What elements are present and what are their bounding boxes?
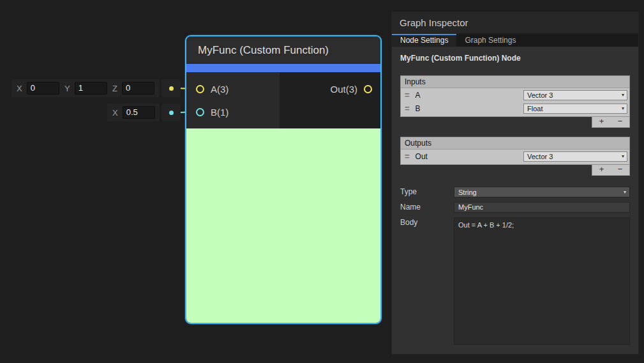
node-title: MyFunc (Custom Function) [186, 36, 380, 64]
float-value-widget[interactable]: X 0.5 [107, 104, 160, 121]
port-out-label: Out(3) [330, 84, 357, 95]
inspector-tabbar: Node Settings Graph Settings [392, 34, 638, 47]
x-axis-label: X [112, 108, 118, 118]
input-b-type-value: Float [527, 105, 543, 112]
port-b-connector-icon[interactable] [196, 108, 204, 116]
myfunc-node[interactable]: MyFunc (Custom Function) A(3) B(1) Out(3… [185, 35, 382, 324]
tab-node-settings[interactable]: Node Settings [392, 34, 456, 47]
port-a-label: A(3) [211, 84, 228, 95]
name-property-row: Name MyFunc [400, 202, 630, 213]
y-axis-label: Y [64, 84, 70, 93]
port-b-label: B(1) [211, 107, 228, 118]
drag-handle-icon[interactable]: = [405, 151, 410, 161]
input-b-type-dropdown[interactable]: Float ▾ [523, 104, 627, 114]
outputs-section: Outputs = Out Vector 3 ▾ [400, 137, 630, 165]
float-output-stub[interactable] [161, 104, 181, 121]
input-row-a[interactable]: = A Vector 3 ▾ [401, 88, 629, 102]
body-property-row: Body Out = A + B + 1/2; [400, 217, 630, 345]
name-label: Name [400, 202, 454, 213]
output-out-name: Out [416, 152, 523, 161]
x-axis-label: X [17, 84, 22, 93]
body-input[interactable]: Out = A + B + 1/2; [454, 217, 630, 345]
remove-input-button[interactable]: − [611, 117, 629, 127]
vector3-value-widget[interactable]: X 0 Y 1 Z 0 [11, 79, 160, 97]
type-label: Type [400, 187, 454, 197]
input-row-b[interactable]: = B Float ▾ [401, 102, 629, 115]
port-out-connector-icon[interactable] [364, 85, 372, 93]
drag-handle-icon[interactable]: = [405, 90, 410, 100]
graph-inspector-panel: Graph Inspector Node Settings Graph Sett… [391, 12, 639, 355]
node-preview [186, 128, 380, 323]
add-input-button[interactable]: + [592, 117, 611, 127]
tab-graph-settings[interactable]: Graph Settings [456, 34, 524, 47]
remove-output-button[interactable]: − [611, 165, 629, 175]
x-value-field[interactable]: 0 [27, 82, 59, 95]
name-input[interactable]: MyFunc [454, 202, 630, 213]
float-value-field[interactable]: 0.5 [123, 106, 155, 119]
add-output-button[interactable]: + [592, 165, 611, 175]
dropdown-arrow-icon: ▾ [619, 92, 627, 98]
input-b-name: B [416, 104, 523, 113]
dropdown-arrow-icon: ▾ [619, 153, 627, 159]
z-value-field[interactable]: 0 [122, 82, 154, 95]
inputs-footer-box: + − [592, 117, 630, 128]
drag-handle-icon[interactable]: = [405, 104, 410, 113]
port-row-a[interactable]: A(3) [186, 77, 280, 100]
z-axis-label: Z [112, 84, 117, 93]
output-out-type-dropdown[interactable]: Vector 3 ▾ [523, 151, 627, 162]
outputs-footer-box: + − [592, 165, 630, 176]
input-a-type-value: Vector 3 [527, 91, 553, 99]
input-a-name: A [416, 91, 523, 100]
input-a-type-dropdown[interactable]: Vector 3 ▾ [523, 90, 627, 100]
vector3-port-icon[interactable] [169, 86, 174, 91]
body-label: Body [400, 217, 454, 345]
port-row-b[interactable]: B(1) [186, 100, 280, 123]
outputs-list-footer: + − [400, 165, 630, 176]
port-a-connector-icon[interactable] [196, 85, 204, 93]
inspector-body: MyFunc (Custom Function) Node Inputs = A… [392, 47, 638, 345]
type-property-row: Type String ▾ [400, 187, 630, 197]
outputs-section-header: Outputs [401, 137, 629, 150]
port-row-out[interactable]: Out(3) [280, 77, 380, 100]
inputs-section-header: Inputs [401, 76, 629, 88]
input-ports-column: A(3) B(1) [186, 72, 280, 128]
float-port-icon[interactable] [169, 111, 174, 115]
node-accent-bar [186, 64, 380, 72]
type-dropdown[interactable]: String ▾ [454, 187, 630, 197]
node-settings-heading: MyFunc (Custom Function) Node [400, 54, 630, 63]
vector3-output-stub[interactable] [161, 79, 181, 97]
inspector-title: Graph Inspector [392, 12, 638, 34]
output-row-out[interactable]: = Out Vector 3 ▾ [401, 150, 629, 163]
dropdown-arrow-icon: ▾ [620, 189, 629, 195]
dropdown-arrow-icon: ▾ [619, 105, 627, 111]
node-port-area: A(3) B(1) Out(3) [186, 72, 380, 128]
output-out-type-value: Vector 3 [527, 153, 553, 160]
inputs-section: Inputs = A Vector 3 ▾ = B Float ▾ [400, 75, 630, 117]
inputs-list-footer: + − [400, 117, 630, 128]
y-value-field[interactable]: 1 [75, 82, 107, 95]
output-ports-column: Out(3) [280, 72, 380, 128]
type-dropdown-value: String [458, 189, 477, 196]
